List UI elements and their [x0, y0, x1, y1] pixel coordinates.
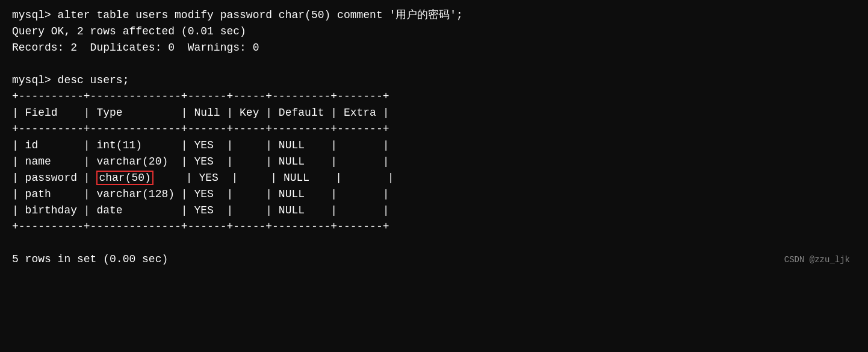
blank-line-1: [12, 56, 856, 72]
password-row-post: | YES | | NULL | |: [153, 172, 394, 184]
blank-line-2: [12, 235, 856, 251]
table-row-birthday: | birthday | date | YES | | NULL | |: [12, 203, 856, 219]
terminal-window: mysql> alter table users modify password…: [12, 7, 856, 268]
password-row-pre: | password |: [12, 172, 96, 184]
watermark: CSDN @zzu_ljk: [784, 254, 850, 266]
command-line-2: mysql> desc users;: [12, 72, 856, 89]
result-line-1: Query OK, 2 rows affected (0.01 sec): [12, 24, 856, 40]
table-row-name: | name | varchar(20) | YES | | NULL | |: [12, 154, 856, 170]
table-header: | Field | Type | Null | Key | Default | …: [12, 105, 856, 121]
table-border-bottom: +----------+--------------+------+-----+…: [12, 219, 856, 235]
password-type-highlight: char(50): [96, 171, 153, 185]
table-border-header: +----------+--------------+------+-----+…: [12, 121, 856, 137]
command-line-1: mysql> alter table users modify password…: [12, 7, 856, 24]
table-row-path: | path | varchar(128) | YES | | NULL | |: [12, 186, 856, 203]
table-border-top: +----------+--------------+------+-----+…: [12, 89, 856, 105]
table-row-id: | id | int(11) | YES | | NULL | |: [12, 137, 856, 154]
result-line-3: 5 rows in set (0.00 sec): [12, 251, 856, 268]
table-row-password: | password | char(50) | YES | | NULL | |: [12, 170, 856, 186]
result-line-2: Records: 2 Duplicates: 0 Warnings: 0: [12, 40, 856, 56]
